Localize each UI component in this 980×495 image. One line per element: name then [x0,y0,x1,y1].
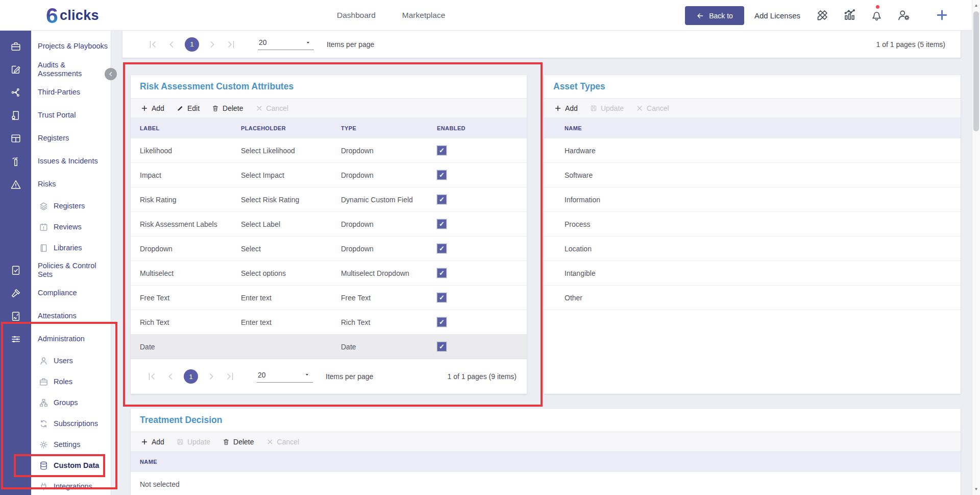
sidebar-item[interactable]: Issues & Incidents [0,150,111,173]
page-size-select[interactable]: 20 [257,371,313,383]
enabled-checkbox[interactable] [437,317,447,327]
table-row[interactable]: Location [544,237,961,261]
add-button[interactable]: Add [136,102,169,114]
table-row[interactable]: Risk Assessment Labels Select Label Drop… [131,212,527,237]
scrollbar-thumb[interactable] [973,11,979,131]
add-licenses-link[interactable]: Add Licenses [754,0,800,31]
previous-page-button[interactable] [165,371,176,382]
sidebar-item[interactable]: Subscriptions [0,413,111,434]
user-gear-icon[interactable] [897,8,911,22]
first-page-button[interactable] [147,39,158,50]
page-scrollbar[interactable]: ▲ ▼ [972,0,980,495]
nav-link[interactable]: Dashboard [337,11,376,20]
sidebar-item[interactable]: Trust Portal [0,104,111,127]
sidebar-icon-rail [0,455,31,476]
next-page-button[interactable] [206,371,217,382]
cancel-button[interactable]: Cancel [631,102,674,114]
edit-button[interactable]: Edit [172,102,205,114]
enabled-checkbox[interactable] [437,268,447,278]
table-row[interactable]: Other [544,286,961,310]
table-row[interactable]: Information [544,187,961,212]
enabled-checkbox[interactable] [437,293,447,302]
sidebar-item[interactable]: Administration [0,327,111,350]
sidebar-item[interactable]: Custom Data [0,455,111,476]
cancel-button[interactable]: Cancel [261,436,305,448]
add-button[interactable]: Add [136,436,169,448]
first-page-button[interactable] [146,371,157,382]
items-per-page-label: Items per page [327,40,374,49]
warning-triangle-icon [10,179,21,190]
sidebar-item[interactable]: Users [0,350,111,371]
sidebar-item[interactable]: Reviews [0,217,111,238]
cell-name: Hardware [565,147,596,155]
table-row[interactable]: Free Text Enter text Free Text [131,286,527,310]
pagination-summary: 1 of 1 pages (9 items) [448,372,517,381]
add-button[interactable]: Add [549,102,583,114]
header-action-icons [816,8,949,22]
scroll-down-arrow[interactable]: ▼ [972,487,980,492]
sidebar-item[interactable]: Libraries [0,238,111,258]
tools-icon[interactable] [816,8,829,22]
table-row[interactable]: Risk Rating Select Risk Rating Dynamic C… [131,187,527,212]
enabled-checkbox[interactable] [437,195,447,204]
sidebar-item[interactable]: Audits & Assessments [0,58,111,81]
update-button[interactable]: Update [585,102,629,114]
previous-page-button[interactable] [166,39,177,50]
sidebar-item[interactable]: Attestations [0,304,111,327]
x-icon [256,105,263,112]
notification-badge [876,5,879,9]
table-row[interactable]: Multiselect Select options Multiselect D… [131,261,527,286]
sidebar-collapse-button[interactable] [105,68,117,80]
scroll-up-arrow[interactable]: ▲ [972,3,980,8]
enabled-checkbox[interactable] [437,342,447,351]
sidebar-icon-rail [0,281,31,304]
sidebar-item[interactable]: Registers [0,196,111,217]
delete-button[interactable]: Delete [207,102,248,114]
nav-link[interactable]: Marketplace [402,11,445,20]
enabled-checkbox[interactable] [437,244,447,253]
sidebar-item[interactable]: Groups [0,392,111,413]
network-icon [10,87,21,98]
next-page-button[interactable] [207,39,218,50]
sidebar-item[interactable]: Policies & Control Sets [0,258,111,281]
table-row[interactable]: Impact Select Impact Dropdown [131,163,527,187]
table-row[interactable]: Hardware [544,138,961,163]
last-page-button[interactable] [225,371,236,382]
current-page-indicator[interactable]: 1 [184,369,198,384]
sidebar-item[interactable]: Registers [0,127,111,150]
sidebar-item[interactable]: Compliance [0,281,111,304]
sidebar-item[interactable]: Settings [0,434,111,455]
back-to-button[interactable]: Back to [685,6,744,25]
delete-button[interactable]: Delete [217,436,259,448]
logo[interactable]: 6 clicks [46,3,99,28]
sidebar-item[interactable]: Roles [0,371,111,392]
table-row[interactable]: Rich Text Enter text Rich Text [131,310,527,335]
column-header: LABEL [140,125,241,131]
analytics-icon[interactable] [843,8,856,22]
page-size-select[interactable]: 20 [258,38,314,50]
cancel-button[interactable]: Cancel [251,102,294,114]
sidebar-item[interactable]: Projects & Playbooks [0,35,111,58]
table-row[interactable]: Likelihood Select Likelihood Dropdown [131,138,527,163]
sidebar-item[interactable]: Risks [0,173,111,196]
column-header: NAME [140,459,157,465]
enabled-checkbox[interactable] [437,170,447,180]
current-page-indicator[interactable]: 1 [185,37,199,52]
table-row[interactable]: Dropdown Select Dropdown [131,237,527,261]
table-row[interactable]: Process [544,212,961,237]
cell-label: Rich Text [140,318,241,326]
update-button[interactable]: Update [172,436,215,448]
sidebar-item[interactable]: Integrations [0,476,111,495]
table-row[interactable]: Intangible [544,261,961,286]
sidebar: Projects & Playbooks Audits & Assessment… [0,31,111,495]
enabled-checkbox[interactable] [437,146,447,155]
enabled-checkbox[interactable] [437,219,447,229]
last-page-button[interactable] [226,39,237,50]
table-row[interactable]: Software [544,163,961,187]
table-row[interactable]: Not selected [131,472,961,495]
sidebar-item[interactable]: Third-Parties [0,81,111,104]
table-row[interactable]: Date Date [131,335,527,359]
panel-title: Asset Types [544,75,961,99]
plus-icon[interactable] [935,8,949,22]
bell-icon[interactable] [870,8,884,22]
